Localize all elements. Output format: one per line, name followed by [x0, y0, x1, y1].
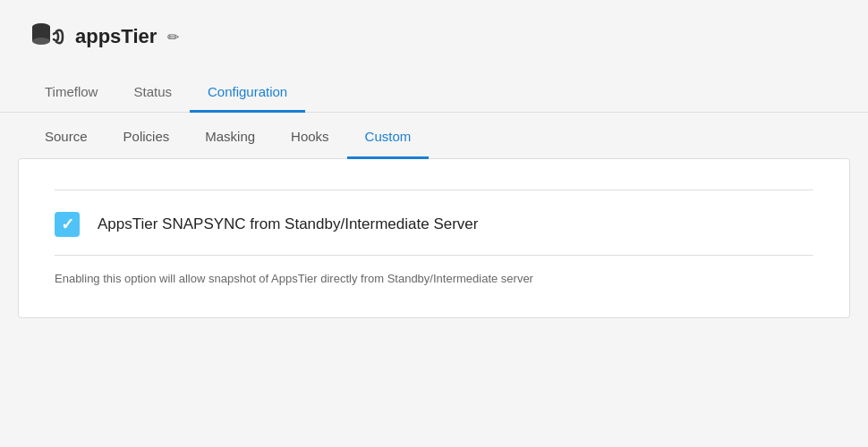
page-header: appsTier ✏ [0, 0, 868, 64]
page-title: appsTier [75, 25, 157, 48]
content-panel: ✓ AppsTier SNAPSYNC from Standby/Interme… [18, 158, 850, 318]
snapsync-description: Enabling this option will allow snapshot… [55, 259, 813, 291]
snapsync-option-row: ✓ AppsTier SNAPSYNC from Standby/Interme… [55, 194, 813, 251]
tab-hooks[interactable]: Hooks [273, 116, 347, 159]
tab-custom[interactable]: Custom [347, 116, 430, 159]
tab-source[interactable]: Source [27, 116, 106, 159]
apps-tier-icon [27, 18, 64, 55]
checkmark-icon: ✓ [61, 216, 74, 232]
tab-configuration[interactable]: Configuration [190, 73, 305, 113]
tab-policies[interactable]: Policies [106, 116, 188, 159]
snapsync-label: AppsTier SNAPSYNC from Standby/Intermedi… [98, 215, 478, 233]
top-divider [55, 190, 813, 190]
svg-point-2 [32, 38, 50, 45]
tab-status[interactable]: Status [115, 73, 190, 113]
primary-nav-tabs: Timeflow Status Configuration [0, 73, 868, 113]
snapsync-checkbox[interactable]: ✓ [55, 212, 80, 237]
secondary-nav-tabs: Source Policies Masking Hooks Custom [0, 116, 868, 158]
edit-icon[interactable]: ✏ [167, 29, 179, 46]
tab-timeflow[interactable]: Timeflow [27, 73, 115, 113]
bottom-divider [55, 255, 813, 256]
tab-masking[interactable]: Masking [187, 116, 273, 159]
